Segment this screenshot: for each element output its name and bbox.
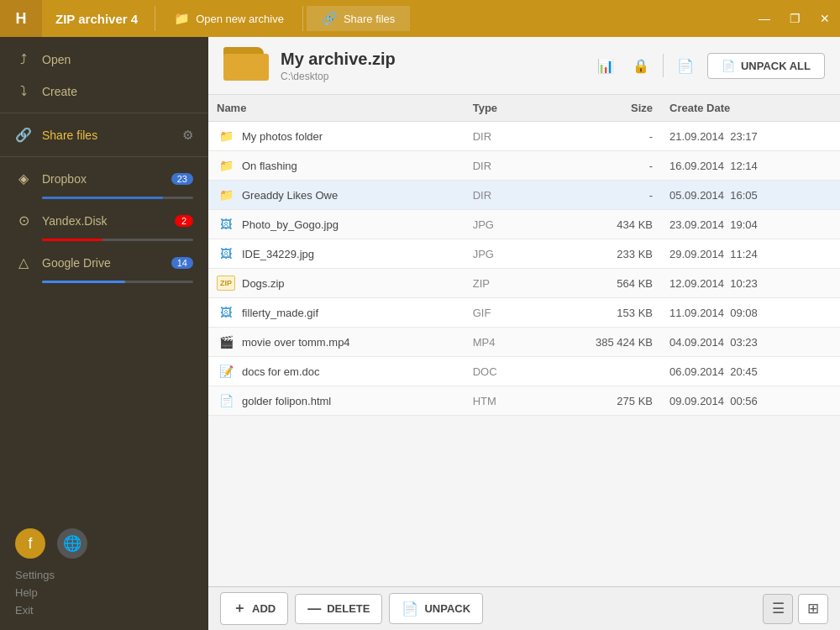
maximize-button[interactable]: ❐ — [780, 0, 810, 37]
table-row[interactable]: 📝 docs for em.doc DOC 06.09.2014 20:45 — [208, 357, 840, 386]
file-type: ZIP — [465, 269, 535, 298]
image-icon: 🖼 — [217, 217, 235, 232]
archive-actions: 📊 🔒 📄 📄 UNPACK ALL — [592, 52, 825, 79]
file-name: Photo_by_Gogo.jpg — [242, 218, 339, 231]
folder-icon-small: 📁 — [217, 158, 235, 173]
table-row[interactable]: ZIP Dogs.zip ZIP 564 KB 12.09.2014 10:23 — [208, 269, 840, 298]
sidebar-item-yandex[interactable]: ⊙ Yandex.Disk 2 — [0, 204, 208, 237]
file-date: 29.09.2014 11:24 — [661, 239, 840, 269]
exit-link[interactable]: Exit — [15, 604, 193, 617]
file-type: DIR — [465, 151, 535, 181]
file-name-cell: 📄 golder folipon.html — [208, 386, 465, 415]
facebook-icon[interactable]: f — [15, 528, 45, 559]
html-icon: 📄 — [217, 393, 235, 408]
archive-path: C:\desktop — [281, 71, 580, 82]
file-date: 11.09.2014 09:08 — [661, 298, 840, 328]
file-type: DOC — [465, 357, 535, 386]
title-divider2 — [302, 6, 303, 31]
file-name: My photos folder — [242, 130, 323, 143]
delete-button[interactable]: — DELETE — [295, 594, 382, 624]
file-date: 09.09.2014 00:56 — [661, 386, 840, 416]
dropbox-progress-bar — [42, 197, 193, 199]
sidebar-divider1 — [0, 113, 208, 113]
folder-icon-small: 📁 — [217, 187, 235, 202]
view-toggles: ☰ ⊞ — [763, 594, 828, 624]
file-name: docs for em.doc — [242, 365, 320, 378]
file-size: 153 KB — [535, 298, 661, 328]
gdrive-icon: △ — [15, 255, 32, 270]
folder-icon: 📁 — [174, 11, 190, 26]
list-icon: ☰ — [772, 600, 785, 617]
dropbox-progress-fill — [42, 197, 163, 199]
sidebar-item-share[interactable]: 🔗 Share files ⚙ — [0, 118, 208, 151]
file-table: Name Type Size Create Date 📁 My photos f… — [208, 95, 840, 416]
doc-icon: 📝 — [217, 364, 235, 379]
file-name: Greaddy Likes Owe — [242, 189, 338, 202]
link-icon: 🔗 — [322, 11, 338, 26]
window-controls: — ❐ ✕ — [749, 0, 840, 37]
sidebar-item-dropbox[interactable]: ◈ Dropbox 23 — [0, 162, 208, 195]
folder-icon-small: 📁 — [217, 129, 235, 144]
sidebar-item-create[interactable]: ⤵ Create — [0, 76, 208, 108]
lock-icon-button[interactable]: 🔒 — [627, 52, 654, 79]
title-divider — [155, 6, 155, 31]
file-name: IDE_34229.jpg — [242, 248, 314, 260]
file-table-wrap[interactable]: Name Type Size Create Date 📁 My photos f… — [208, 95, 840, 586]
share-settings-icon[interactable]: ⚙ — [182, 128, 193, 143]
help-link[interactable]: Help — [15, 586, 193, 599]
table-row[interactable]: 📁 On flashing DIR - 16.09.2014 12:14 — [208, 151, 840, 181]
info-icon: 📄 — [677, 58, 694, 74]
file-name-cell: 📁 Greaddy Likes Owe — [208, 181, 465, 209]
share-icon: 🔗 — [15, 127, 32, 143]
file-date: 16.09.2014 12:14 — [661, 151, 840, 181]
stats-icon-button[interactable]: 📊 — [592, 52, 619, 79]
file-name-cell: 🖼 Photo_by_Gogo.jpg — [208, 210, 465, 239]
download-icon: ⤵ — [15, 84, 32, 99]
unpack-button[interactable]: 📄 UNPACK — [389, 593, 483, 624]
content-area: My archive.zip C:\desktop 📊 🔒 📄 📄 UNPACK… — [208, 37, 840, 630]
minimize-button[interactable]: — — [749, 0, 780, 37]
file-type: DIR — [465, 181, 535, 210]
file-name-cell: 🎬 movie over tomm.mp4 — [208, 328, 465, 356]
share-files-button[interactable]: 🔗 Share files — [307, 6, 410, 31]
file-type: DIR — [465, 122, 535, 151]
archive-header: My archive.zip C:\desktop 📊 🔒 📄 📄 UNPACK… — [208, 37, 840, 95]
col-date[interactable]: Create Date — [661, 95, 840, 122]
stats-icon: 📊 — [597, 58, 614, 74]
gif-icon: 🖼 — [217, 305, 235, 320]
lock-icon: 🔒 — [633, 58, 649, 74]
grid-view-button[interactable]: ⊞ — [798, 594, 828, 624]
sidebar-item-open[interactable]: ⤴ Open — [0, 44, 208, 76]
col-size[interactable]: Size — [535, 95, 661, 122]
table-row[interactable]: 🖼 IDE_34229.jpg JPG 233 KB 29.09.2014 11… — [208, 239, 840, 269]
info-icon-button[interactable]: 📄 — [672, 52, 699, 79]
file-size: - — [535, 181, 661, 210]
close-button[interactable]: ✕ — [810, 0, 840, 37]
table-row[interactable]: 🖼 Photo_by_Gogo.jpg JPG 434 KB 23.09.201… — [208, 210, 840, 239]
table-row[interactable]: 🎬 movie over tomm.mp4 MP4 385 424 KB 04.… — [208, 328, 840, 357]
file-date: 23.09.2014 19:04 — [661, 210, 840, 239]
main-layout: ⤴ Open ⤵ Create 🔗 Share files ⚙ ◈ Dropbo… — [0, 37, 840, 630]
table-row[interactable]: 📁 Greaddy Likes Owe DIR - 05.09.2014 16:… — [208, 181, 840, 210]
settings-link[interactable]: Settings — [15, 569, 193, 581]
table-row[interactable]: 🖼 fillerty_made.gif GIF 153 KB 11.09.201… — [208, 298, 840, 328]
zip-icon: ZIP — [217, 276, 235, 291]
open-archive-button[interactable]: 📁 Open new archive — [159, 6, 299, 31]
col-name[interactable]: Name — [208, 95, 465, 122]
yandex-badge: 2 — [175, 215, 193, 227]
bottom-toolbar: ＋ ADD — DELETE 📄 UNPACK ☰ ⊞ — [208, 586, 840, 630]
table-row[interactable]: 📁 My photos folder DIR - 21.09.2014 23:1… — [208, 122, 840, 151]
gdrive-progress-bar — [42, 281, 193, 283]
col-type[interactable]: Type — [465, 95, 535, 122]
web-icon[interactable]: 🌐 — [57, 528, 87, 559]
image-icon: 🖼 — [217, 246, 235, 261]
list-view-button[interactable]: ☰ — [763, 594, 793, 624]
sidebar-links: Settings Help Exit — [0, 569, 208, 630]
file-name: Dogs.zip — [242, 277, 285, 290]
file-name: On flashing — [242, 160, 297, 172]
table-row[interactable]: 📄 golder folipon.html HTM 275 KB 09.09.2… — [208, 386, 840, 416]
file-size: 275 KB — [535, 386, 661, 416]
sidebar-item-gdrive[interactable]: △ Google Drive 14 — [0, 246, 208, 279]
unpack-all-button[interactable]: 📄 UNPACK ALL — [707, 53, 825, 79]
add-button[interactable]: ＋ ADD — [220, 592, 288, 625]
